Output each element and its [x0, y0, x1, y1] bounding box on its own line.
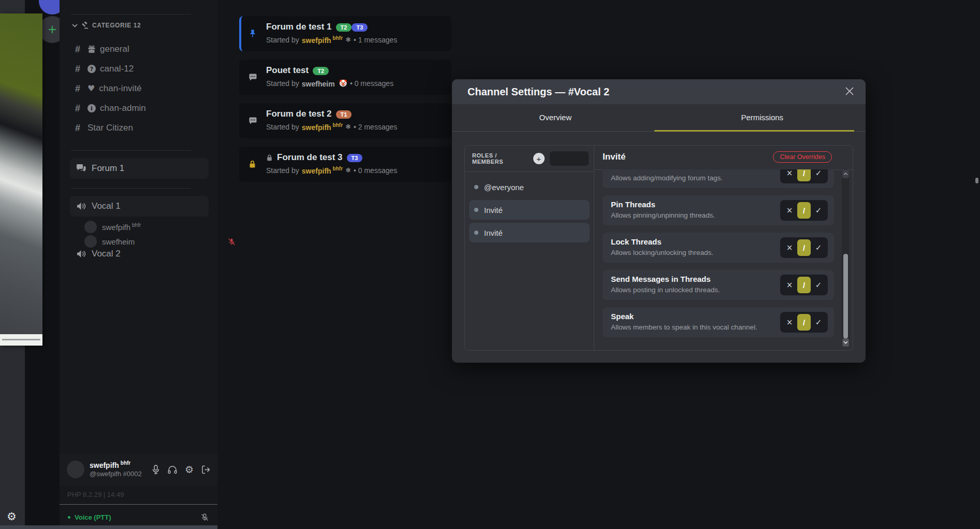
taskbar-edge — [0, 525, 217, 529]
permission-toggle: × / ✓ — [780, 312, 828, 333]
hash-icon: # — [75, 83, 87, 94]
channel-settings-modal: Channel Settings — #Vocal 2 Overview Per… — [452, 79, 866, 363]
post-title-row: Pouet test T2 — [266, 65, 446, 76]
post-meta: • 1 messages — [354, 36, 397, 44]
voice-user-list: swefpifhbhfr swefheim — [84, 220, 214, 249]
pin-icon — [248, 29, 257, 38]
photo-footer — [0, 334, 42, 346]
allow-button[interactable]: ✓ — [812, 243, 825, 252]
post-meta: • 2 messages — [354, 123, 397, 131]
forum-post-card[interactable]: Forum de test 2 T1 Started by swefpifhbh… — [239, 103, 451, 138]
post-title: Pouet test — [266, 65, 309, 76]
permission-description: Allows posting in unlocked threads. — [611, 286, 720, 294]
permission-title: Speak — [611, 312, 634, 321]
channel-row[interactable]: # ♥ general — [75, 39, 210, 59]
user-panel: swefpifhbhfr @swefpifh #0002 ⚙ — [60, 453, 217, 485]
add-role-button[interactable]: + — [533, 153, 545, 164]
avatar[interactable] — [67, 461, 84, 478]
allow-button[interactable]: ✓ — [812, 169, 825, 178]
forum-channel-name: Forum 1 — [92, 163, 124, 174]
allow-button[interactable]: ✓ — [812, 280, 825, 290]
scroll-up-button[interactable] — [842, 170, 849, 178]
permission-row-partial: Allows adding/modifying forum tags. × / … — [603, 169, 834, 188]
deny-button[interactable]: × — [783, 318, 796, 327]
plus-icon: + — [536, 154, 541, 163]
allow-button[interactable]: ✓ — [812, 318, 825, 327]
clear-overrides-button[interactable]: Clear Overrides — [773, 151, 832, 163]
channel-row[interactable]: # i ♥ i chan-admin — [75, 98, 210, 118]
settings-gear-icon[interactable]: ⚙ — [185, 464, 194, 475]
deny-button[interactable]: × — [783, 169, 796, 178]
post-subtitle: Started by swefpifhbhfr ❄ • 1 messages — [266, 35, 446, 45]
voice-user-row[interactable]: swefpifhbhfr — [84, 220, 214, 234]
permission-toggle: × / ✓ — [780, 200, 828, 221]
tag-pill: T1 — [336, 110, 352, 119]
permissions-layout: ROLES / MEMBERS + @everyone Invité — [464, 145, 853, 351]
neutral-button[interactable]: / — [797, 314, 811, 331]
mic-slash-icon[interactable] — [200, 513, 209, 522]
permission-description: Allows members to speak in this vocal ch… — [611, 323, 757, 331]
voice-channel-name: Vocal 1 — [92, 201, 121, 211]
voice-status-label: Voice (PTT) — [75, 513, 111, 521]
voice-channel-1[interactable]: Vocal 1 — [70, 196, 209, 217]
permission-title: Lock Threads — [611, 237, 662, 246]
role-item[interactable]: @everyone — [469, 177, 590, 197]
permission-toggle: × / ✓ — [780, 237, 828, 258]
deny-button[interactable]: × — [783, 243, 796, 252]
neutral-button[interactable]: / — [797, 277, 811, 293]
channel-name: canal-12 — [100, 64, 134, 74]
voice-user-row[interactable]: swefheim — [84, 234, 214, 249]
deny-button[interactable]: × — [783, 280, 796, 290]
headphones-icon[interactable] — [168, 465, 177, 474]
category-header[interactable]: CATEGORIE 12 — [72, 22, 141, 29]
close-icon[interactable] — [845, 87, 854, 96]
chat-bubble-icon — [248, 117, 257, 125]
post-tags: T1 — [336, 109, 352, 119]
neutral-button[interactable]: / — [797, 239, 811, 256]
channel-row[interactable]: # ♥ ♥ ♥ chan-invité — [75, 79, 210, 98]
channel-sidebar: CATEGORIE 12 # ♥ general # — [60, 0, 217, 529]
role-name: Invité — [484, 206, 503, 215]
deny-button[interactable]: × — [783, 206, 796, 215]
forum-channel[interactable]: Forum 1 — [70, 158, 209, 179]
post-tags: T3 — [347, 152, 363, 163]
role-item[interactable]: Invité — [469, 200, 590, 220]
voice-channel-2[interactable]: Vocal 2 — [76, 249, 121, 259]
forum-post-card[interactable]: Forum de test 3 T3 Started by swefpifhbh… — [239, 147, 451, 182]
forum-post-card[interactable]: Forum de test 1 T2T3 Started by swefpifh… — [239, 16, 451, 51]
neutral-button[interactable]: / — [797, 169, 811, 181]
allow-button[interactable]: ✓ — [812, 206, 825, 215]
hash-icon: # — [75, 123, 87, 134]
channel-row[interactable]: # ? ♥ ? canal-12 — [75, 59, 210, 79]
started-by-label: Started by — [266, 123, 299, 131]
roles-header-label: ROLES / MEMBERS — [472, 152, 528, 165]
channel-name: chan-invité — [99, 83, 141, 94]
tab-permissions[interactable]: Permissions — [659, 104, 866, 131]
started-by-label: Started by — [266, 166, 299, 175]
tab-overview[interactable]: Overview — [452, 104, 659, 131]
voice-status-dot — [68, 516, 70, 519]
overlapping-photo — [0, 13, 42, 346]
microphone-icon[interactable] — [152, 465, 160, 475]
scroll-down-button[interactable] — [842, 338, 849, 347]
post-author: swefpifhbhfr — [302, 122, 343, 132]
locked-icon — [266, 154, 273, 162]
neutral-button[interactable]: / — [797, 202, 811, 219]
status-bar: PHP 8.2.29 | 14:49 — [67, 491, 124, 498]
permissions-scrollbar[interactable] — [842, 169, 850, 347]
voice-status-bar: Voice (PTT) — [60, 509, 217, 525]
roles-search-box[interactable] — [550, 151, 589, 166]
channel-row[interactable]: # ♥ Star Citizen — [75, 118, 210, 138]
logout-icon[interactable] — [201, 465, 210, 474]
page-scrollbar-thumb[interactable] — [975, 178, 978, 183]
gift-icon — [87, 45, 96, 53]
author-emoji: ❄ — [345, 36, 351, 44]
settings-gear-icon[interactable]: ⚙ — [7, 511, 17, 522]
forum-post-card[interactable]: Pouet test T2 Started by swefheim 🤡 • 0 … — [239, 60, 451, 95]
scrollbar-thumb[interactable] — [843, 254, 848, 338]
role-item[interactable]: Invité — [469, 223, 590, 242]
role-name: Invité — [484, 228, 503, 237]
post-title: Forum de test 3 — [277, 152, 343, 163]
started-by-label: Started by — [266, 36, 299, 44]
user-identity: swefpifhbhfr @swefpifh #0002 — [90, 460, 142, 478]
